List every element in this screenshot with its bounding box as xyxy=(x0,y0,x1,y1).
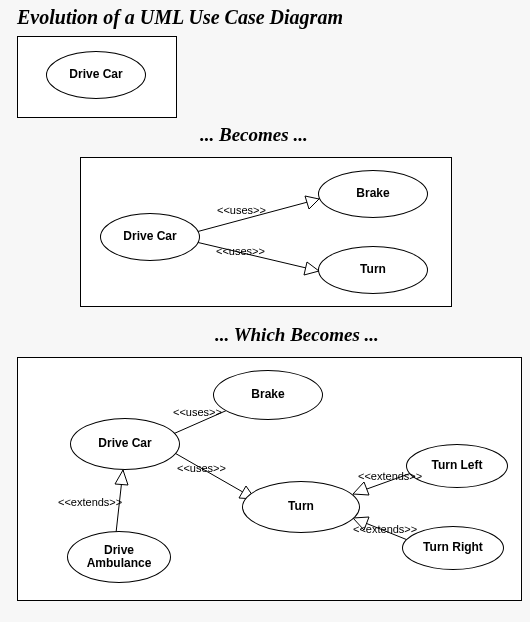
svg-marker-9 xyxy=(115,470,128,485)
use-case-turn: Turn xyxy=(318,246,428,294)
relation-label-extends: <<extends>> xyxy=(358,470,422,482)
svg-marker-11 xyxy=(353,482,369,495)
relation-label-uses: <<uses>> xyxy=(216,245,265,257)
relation-label-uses: <<uses>> xyxy=(217,204,266,216)
use-case-drive-car: Drive Car xyxy=(100,213,200,261)
relation-label-uses: <<uses>> xyxy=(173,406,222,418)
caption-becomes: ... Becomes ... xyxy=(200,124,308,146)
caption-which-becomes: ... Which Becomes ... xyxy=(215,324,379,346)
use-case-drive-car: Drive Car xyxy=(70,418,180,470)
svg-marker-1 xyxy=(305,196,319,209)
use-case-turn-right: Turn Right xyxy=(402,526,504,570)
use-case-brake: Brake xyxy=(213,370,323,420)
relation-label-extends: <<extends>> xyxy=(353,523,417,535)
relation-label-uses: <<uses>> xyxy=(177,462,226,474)
page-title: Evolution of a UML Use Case Diagram xyxy=(17,6,343,29)
panel-stage-1: Drive Car xyxy=(17,36,177,118)
panel-stage-2: Drive Car Brake Turn <<uses>> <<uses>> xyxy=(80,157,452,307)
svg-marker-3 xyxy=(304,262,319,275)
use-case-drive-ambulance: Drive Ambulance xyxy=(67,531,171,583)
relation-label-extends: <<extends>> xyxy=(58,496,122,508)
use-case-brake: Brake xyxy=(318,170,428,218)
use-case-turn: Turn xyxy=(242,481,360,533)
panel-stage-3: Drive Car Brake Turn Drive Ambulance Tur… xyxy=(17,357,522,601)
svg-line-6 xyxy=(173,452,255,499)
use-case-drive-car: Drive Car xyxy=(46,51,146,99)
